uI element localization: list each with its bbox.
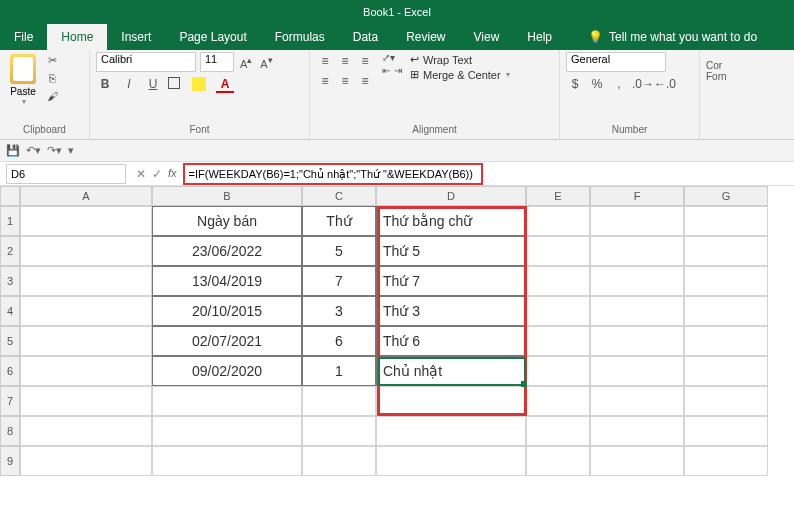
merge-center-button[interactable]: ⊞ Merge & Center ▾	[410, 67, 510, 82]
cell-d7[interactable]	[376, 386, 526, 416]
cell-g2[interactable]	[684, 236, 768, 266]
cell-f5[interactable]	[590, 326, 684, 356]
cell-d3[interactable]: Thứ 7	[376, 266, 526, 296]
cell-g9[interactable]	[684, 446, 768, 476]
comma-format-button[interactable]: ,	[610, 75, 628, 93]
font-size-select[interactable]: 11	[200, 52, 234, 72]
cell-a4[interactable]	[20, 296, 152, 326]
cell-a9[interactable]	[20, 446, 152, 476]
col-header-g[interactable]: G	[684, 186, 768, 206]
cell-c3[interactable]: 7	[302, 266, 376, 296]
tab-help[interactable]: Help	[513, 24, 566, 50]
name-box[interactable]: D6	[6, 164, 126, 184]
cell-d6[interactable]: Chủ nhật	[376, 356, 526, 386]
number-format-select[interactable]: General	[566, 52, 666, 72]
paste-button[interactable]: Paste ▾	[6, 52, 40, 106]
col-header-b[interactable]: B	[152, 186, 302, 206]
tab-review[interactable]: Review	[392, 24, 459, 50]
cell-a3[interactable]	[20, 266, 152, 296]
row-header-3[interactable]: 3	[0, 266, 20, 296]
tab-home[interactable]: Home	[47, 24, 107, 50]
borders-button[interactable]	[168, 75, 186, 93]
cell-a7[interactable]	[20, 386, 152, 416]
decrease-decimal-button[interactable]: ←.0	[654, 75, 672, 93]
orientation-button[interactable]: ⤢▾	[382, 52, 402, 63]
cell-e3[interactable]	[526, 266, 590, 296]
cell-b2[interactable]: 23/06/2022	[152, 236, 302, 266]
cell-b6[interactable]: 09/02/2020	[152, 356, 302, 386]
col-header-d[interactable]: D	[376, 186, 526, 206]
col-header-f[interactable]: F	[590, 186, 684, 206]
cell-c5[interactable]: 6	[302, 326, 376, 356]
tab-file[interactable]: File	[0, 24, 47, 50]
cell-b1[interactable]: Ngày bán	[152, 206, 302, 236]
increase-indent-button[interactable]: ⇥	[394, 65, 402, 76]
cell-g7[interactable]	[684, 386, 768, 416]
cell-b4[interactable]: 20/10/2015	[152, 296, 302, 326]
align-top-button[interactable]: ≡	[316, 52, 334, 70]
decrease-indent-button[interactable]: ⇤	[382, 65, 390, 76]
font-color-button[interactable]: A	[216, 75, 234, 93]
cell-f2[interactable]	[590, 236, 684, 266]
row-header-8[interactable]: 8	[0, 416, 20, 446]
row-header-6[interactable]: 6	[0, 356, 20, 386]
align-bottom-button[interactable]: ≡	[356, 52, 374, 70]
fill-color-button[interactable]	[192, 75, 210, 93]
align-middle-button[interactable]: ≡	[336, 52, 354, 70]
bold-button[interactable]: B	[96, 75, 114, 93]
col-header-a[interactable]: A	[20, 186, 152, 206]
undo-button[interactable]: ↶▾	[26, 144, 41, 157]
align-center-button[interactable]: ≡	[336, 72, 354, 90]
tab-formulas[interactable]: Formulas	[261, 24, 339, 50]
cell-g5[interactable]	[684, 326, 768, 356]
cell-g6[interactable]	[684, 356, 768, 386]
cell-f4[interactable]	[590, 296, 684, 326]
cell-e5[interactable]	[526, 326, 590, 356]
accounting-format-button[interactable]: $	[566, 75, 584, 93]
cell-e8[interactable]	[526, 416, 590, 446]
underline-button[interactable]: U	[144, 75, 162, 93]
cell-d8[interactable]	[376, 416, 526, 446]
cell-f3[interactable]	[590, 266, 684, 296]
cell-b9[interactable]	[152, 446, 302, 476]
cell-c4[interactable]: 3	[302, 296, 376, 326]
cell-e9[interactable]	[526, 446, 590, 476]
percent-format-button[interactable]: %	[588, 75, 606, 93]
cell-f1[interactable]	[590, 206, 684, 236]
enter-formula-button[interactable]: ✓	[152, 167, 162, 181]
cell-c1[interactable]: Thứ	[302, 206, 376, 236]
cell-c6[interactable]: 1	[302, 356, 376, 386]
cell-e1[interactable]	[526, 206, 590, 236]
row-header-5[interactable]: 5	[0, 326, 20, 356]
cell-g3[interactable]	[684, 266, 768, 296]
cell-d9[interactable]	[376, 446, 526, 476]
align-right-button[interactable]: ≡	[356, 72, 374, 90]
cell-c7[interactable]	[302, 386, 376, 416]
italic-button[interactable]: I	[120, 75, 138, 93]
increase-font-button[interactable]: A▴	[238, 54, 254, 70]
cell-c2[interactable]: 5	[302, 236, 376, 266]
increase-decimal-button[interactable]: .0→	[632, 75, 650, 93]
cell-g1[interactable]	[684, 206, 768, 236]
cell-g8[interactable]	[684, 416, 768, 446]
cell-f8[interactable]	[590, 416, 684, 446]
cell-b7[interactable]	[152, 386, 302, 416]
wrap-text-button[interactable]: ↩ Wrap Text	[410, 52, 510, 67]
cell-e6[interactable]	[526, 356, 590, 386]
align-left-button[interactable]: ≡	[316, 72, 334, 90]
cut-button[interactable]: ✂	[44, 52, 60, 68]
cell-d4[interactable]: Thứ 3	[376, 296, 526, 326]
font-name-select[interactable]: Calibri	[96, 52, 196, 72]
cell-a6[interactable]	[20, 356, 152, 386]
cell-e7[interactable]	[526, 386, 590, 416]
cell-b3[interactable]: 13/04/2019	[152, 266, 302, 296]
cell-a2[interactable]	[20, 236, 152, 266]
cancel-formula-button[interactable]: ✕	[136, 167, 146, 181]
tab-page-layout[interactable]: Page Layout	[165, 24, 260, 50]
row-header-7[interactable]: 7	[0, 386, 20, 416]
row-header-1[interactable]: 1	[0, 206, 20, 236]
decrease-font-button[interactable]: A▾	[258, 54, 274, 70]
cell-a1[interactable]	[20, 206, 152, 236]
cell-a5[interactable]	[20, 326, 152, 356]
redo-button[interactable]: ↷▾	[47, 144, 62, 157]
